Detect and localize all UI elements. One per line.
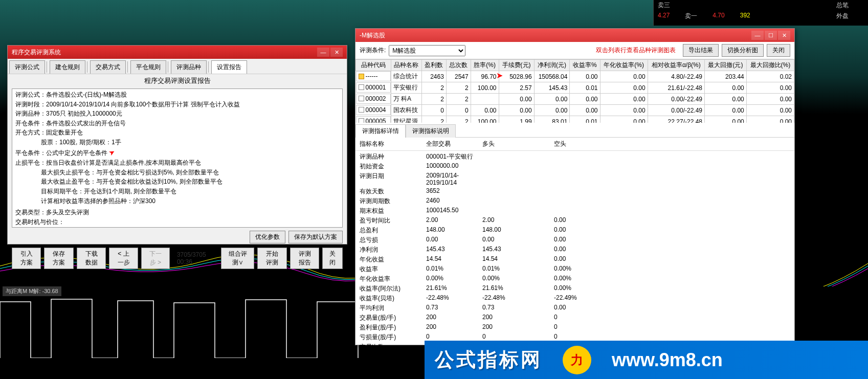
column-header[interactable]: 最大回撤(元) bbox=[705, 60, 747, 71]
tab-close-rules[interactable]: 平仓规则 bbox=[130, 60, 166, 74]
detail-row: 收益率(阿尔法)21.61%21.61%0.00% bbox=[360, 284, 790, 294]
tab-trade-method[interactable]: 交易方式 bbox=[90, 60, 126, 74]
column-header[interactable]: 年化收益率(%) bbox=[600, 60, 648, 71]
quote-panel: 卖三 总笔 4.27 卖一 4.70 392 外盘 bbox=[653, 0, 868, 26]
optimize-button[interactable]: 优化参数 bbox=[250, 231, 285, 243]
column-header[interactable]: 手续费(元) bbox=[499, 60, 534, 71]
tab-metric-detail[interactable]: 评测指标详情 bbox=[355, 124, 406, 138]
dialog-title: 程序交易评测系统 bbox=[12, 48, 61, 57]
table-row[interactable]: 000004 国农科技000.000.00 0.000.000.000.00/-… bbox=[356, 105, 794, 116]
filter-label: 评测条件: bbox=[360, 46, 386, 55]
eval-report-button[interactable]: 评测报告 bbox=[290, 248, 319, 269]
minimize-icon[interactable]: — bbox=[317, 48, 329, 57]
filter-select[interactable]: M解选股 bbox=[389, 45, 465, 56]
watermark-banner: 公式指标网 力 www.9m8.cn bbox=[425, 341, 868, 379]
checkbox-icon[interactable] bbox=[359, 107, 364, 113]
start-eval-button[interactable]: 开始评测 bbox=[257, 248, 286, 269]
watermark-logo-icon: 力 bbox=[563, 346, 591, 374]
save-plan-button[interactable]: 保存方案 bbox=[44, 248, 73, 269]
tab-report-settings[interactable]: 设置报告 bbox=[211, 60, 247, 74]
export-button[interactable]: 导出结果 bbox=[683, 44, 719, 57]
table-row[interactable]: 000002 万 科A220.00 0.000.000.000.00/-22.4… bbox=[356, 94, 794, 105]
checkbox-icon[interactable] bbox=[359, 118, 364, 123]
evaluation-settings-dialog: 程序交易评测系统 — ✕ 评测公式 建仓规则 交易方式 平仓规则 评测品种 设置… bbox=[7, 45, 347, 244]
maximize-icon[interactable]: ☐ bbox=[765, 31, 777, 40]
import-button[interactable]: 引入方案 bbox=[12, 248, 41, 269]
settings-tabs: 评测公式 建仓规则 交易方式 平仓规则 评测品种 设置报告 bbox=[8, 59, 347, 74]
column-header[interactable]: 相对收益率α/β(%) bbox=[648, 60, 704, 71]
detail-row: 期末权益1000145.50 bbox=[360, 206, 790, 216]
checkbox-icon[interactable] bbox=[359, 84, 364, 90]
titlebar[interactable]: -M解选股 — ☐ ✕ bbox=[355, 29, 794, 42]
detail-row: 评测周期数2460 bbox=[360, 196, 790, 206]
switch-chart-button[interactable]: 切换分析图 bbox=[722, 44, 764, 57]
detail-header: 指标名称 全部交易 多头 空头 bbox=[355, 138, 794, 151]
detail-row: 年化收益率0.00%0.00%0.00% bbox=[360, 274, 790, 284]
detail-row: 有效天数3652 bbox=[360, 187, 790, 196]
next-button: 下一步 > bbox=[141, 248, 170, 269]
results-table[interactable]: 品种代码品种名称盈利数总次数胜率(%)手续费(元)净利润(元)收益率%年化收益率… bbox=[355, 59, 794, 123]
detail-tabs: 评测指标详情 评测指标说明 bbox=[355, 124, 794, 138]
detail-row: 初始资金1000000.00 bbox=[360, 162, 790, 171]
close-icon[interactable]: ✕ bbox=[778, 31, 790, 40]
prev-button[interactable]: < 上一步 bbox=[109, 248, 138, 269]
column-header[interactable]: 收益率% bbox=[570, 60, 600, 71]
close-button[interactable]: 关闭 bbox=[322, 248, 343, 269]
results-dialog: -M解选股 — ☐ ✕ 评测条件: M解选股 双击列表行查看品种评测图表 导出结… bbox=[355, 28, 795, 345]
table-row[interactable]: ------ 综合统计2463254796.705028.96 150568.0… bbox=[356, 71, 794, 82]
column-header[interactable]: 最大回撤比(%) bbox=[746, 60, 794, 71]
minimize-icon[interactable]: — bbox=[751, 31, 764, 40]
column-header[interactable]: 品种名称 bbox=[391, 60, 422, 71]
detail-row: 收益率(贝塔)-22.48%-22.48%-22.49% bbox=[360, 294, 790, 303]
tab-formula[interactable]: 评测公式 bbox=[9, 60, 45, 74]
titlebar[interactable]: 程序交易评测系统 — ✕ bbox=[8, 46, 347, 59]
report-title: 程序交易评测设置报告 bbox=[8, 74, 347, 87]
column-header[interactable]: 净利润(元) bbox=[534, 60, 570, 71]
detail-row: 交易量(股/手)2002000 bbox=[360, 313, 790, 323]
watermark-url: www.9m8.cn bbox=[612, 349, 723, 371]
tab-metric-explain[interactable]: 评测指标说明 bbox=[406, 124, 456, 138]
report-textarea[interactable]: 评测公式：条件选股公式-(日线)-M解选股 评测时段：2009/10/14-20… bbox=[12, 88, 343, 228]
close-icon[interactable]: ✕ bbox=[330, 48, 343, 57]
column-header[interactable]: 盈利数 bbox=[422, 60, 447, 71]
column-header[interactable]: 胜率(%) bbox=[471, 60, 499, 71]
column-header[interactable]: 总次数 bbox=[446, 60, 471, 71]
detail-row: 总盈利148.00148.000.00 bbox=[360, 226, 790, 235]
watermark-name: 公式指标网 bbox=[435, 347, 542, 373]
detail-row: 评测日期2009/10/14-2019/10/14 bbox=[360, 171, 790, 187]
detail-row: 净利润145.43145.430.00 bbox=[360, 245, 790, 255]
tab-products[interactable]: 评测品种 bbox=[171, 60, 207, 74]
detail-row: 平均利润0.730.730.00 bbox=[360, 303, 790, 313]
checkbox-icon[interactable] bbox=[359, 74, 364, 79]
indicator-label: 与距离M M解: -30.68 bbox=[3, 286, 61, 296]
detail-row: 盈利量(股/手)2002000 bbox=[360, 323, 790, 332]
tab-open-rules[interactable]: 建仓规则 bbox=[50, 60, 85, 74]
checkbox-icon[interactable] bbox=[359, 96, 364, 101]
detail-row: 年化收益14.5414.540.00 bbox=[360, 255, 790, 264]
hint-text: 双击列表行查看品种评测图表 bbox=[596, 46, 676, 55]
download-button[interactable]: 下载数据 bbox=[77, 248, 106, 269]
table-row[interactable]: 000001 平安银行22100.002.57 145.430.010.0021… bbox=[356, 82, 794, 94]
detail-row: 收益率0.01%0.01%0.00% bbox=[360, 264, 790, 274]
save-default-button[interactable]: 保存为默认方案 bbox=[288, 231, 343, 243]
column-header[interactable]: 品种代码 bbox=[356, 60, 391, 71]
combo-eval-button[interactable]: 组合评测∨ bbox=[221, 248, 254, 269]
table-row[interactable]: 000005 世纪星源22100.001.99 83.010.010.0022.… bbox=[356, 116, 794, 123]
detail-row: 评测品种000001-平安银行 bbox=[360, 152, 790, 162]
toolbar: 评测条件: M解选股 双击列表行查看品种评测图表 导出结果 切换分析图 关闭 bbox=[355, 42, 794, 59]
dialog-title: -M解选股 bbox=[360, 31, 385, 40]
close-button[interactable]: 关闭 bbox=[767, 44, 790, 57]
detail-row: 总亏损0.000.000.00 bbox=[360, 235, 790, 245]
progress-status: 3705/3705 00:36 bbox=[173, 251, 215, 265]
detail-row: 盈亏时间比2.002.000.00 bbox=[360, 216, 790, 226]
arrow-icon: ➤ bbox=[107, 146, 118, 159]
